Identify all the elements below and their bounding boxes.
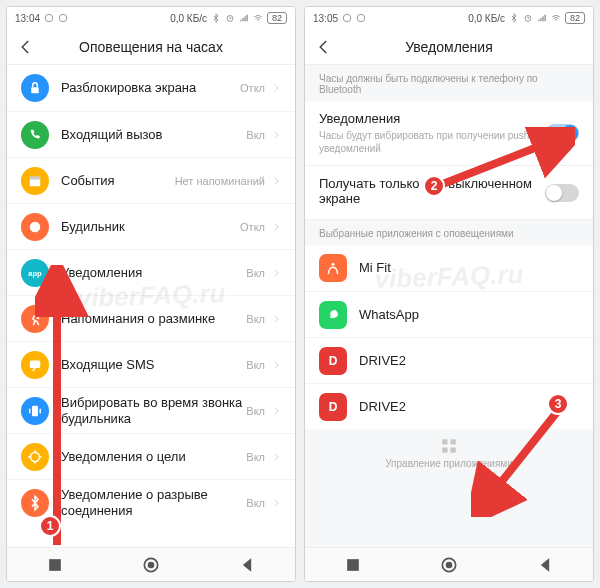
notifications-content: viberFAQ.ru Часы должны быть подключены … [305,65,593,547]
row-value: Вкл [246,405,265,417]
app-label: DRIVE2 [359,399,579,415]
status-battery: 82 [267,12,287,24]
app-row[interactable]: DDRIVE2 [305,337,593,383]
screen-off-title: Получать только при выключенном экране [319,176,545,206]
svg-point-18 [332,263,335,266]
status-time: 13:05 [313,13,338,24]
screen-off-toggle[interactable] [545,184,579,202]
manage-apps-button[interactable]: Управление приложениями [305,429,593,475]
chevron-right-icon [271,498,281,508]
row-value: Нет напоминаний [175,175,265,187]
settings-row[interactable]: Напоминания о разминкеВкл [7,295,295,341]
statusbar: 13:04 0,0 КБ/с 82 [7,7,295,29]
status-battery: 82 [565,12,585,24]
chevron-right-icon [271,314,281,324]
settings-row[interactable]: СобытияНет напоминаний [7,157,295,203]
notifications-toggle-card[interactable]: Уведомления Часы будут вибрировать при п… [305,101,593,166]
notifications-toggle[interactable] [545,124,579,142]
alarm-icon [523,13,533,23]
chevron-right-icon [271,130,281,140]
app-icon [319,301,347,329]
settings-row[interactable]: Уведомления о целиВкл [7,433,295,479]
nav-back-icon[interactable] [535,555,555,575]
settings-row[interactable]: Уведомление о разрыве соединенияВкл [7,479,295,525]
app-row[interactable]: DDRIVE2 [305,383,593,429]
chevron-right-icon [271,222,281,232]
row-label: Входящие SMS [61,357,246,373]
status-net: 0,0 КБ/с [170,13,207,24]
svg-rect-5 [30,176,41,179]
titlebar: Уведомления [305,29,593,65]
app-label: DRIVE2 [359,353,579,369]
row-label: Уведомления о цели [61,449,246,465]
bluetooth-icon [509,13,519,23]
chevron-right-icon [271,268,281,278]
svg-point-14 [148,561,155,568]
app-row[interactable]: WhatsApp [305,291,593,337]
nav-back-icon[interactable] [237,555,257,575]
row-label: Уведомления [61,265,246,281]
status-net: 0,0 КБ/с [468,13,505,24]
row-icon [21,489,49,517]
bluetooth-hint: Часы должны быть подключены к телефону п… [305,65,593,101]
svg-point-11 [31,452,40,461]
svg-point-15 [343,14,351,22]
row-label: События [61,173,175,189]
phone-left: 13:04 0,0 КБ/с 82 Оповещения на часах vi… [6,6,296,582]
screen-off-toggle-card[interactable]: Получать только при выключенном экране [305,166,593,220]
svg-rect-9 [30,360,41,368]
page-title: Оповещения на часах [17,39,285,55]
page-title: Уведомления [315,39,583,55]
app-row[interactable]: Mi Fit [305,245,593,291]
wifi-icon [253,13,263,23]
row-value: Вкл [246,497,265,509]
yandex-icon [356,13,366,23]
row-label: Входящий вызов [61,127,246,143]
svg-rect-20 [442,439,447,444]
nav-recent-icon[interactable] [343,555,363,575]
chevron-right-icon [271,83,281,93]
selected-apps-hint: Выбранные приложения с оповещениями [305,220,593,245]
svg-text:app: app [28,269,42,278]
row-icon [21,305,49,333]
status-time: 13:04 [15,13,40,24]
svg-rect-12 [49,559,61,571]
nav-home-icon[interactable] [141,555,161,575]
settings-row[interactable]: Входящие SMSВкл [7,341,295,387]
svg-rect-21 [451,439,456,444]
nav-recent-icon[interactable] [45,555,65,575]
row-icon [21,74,49,102]
settings-row[interactable]: БудильникОткл [7,203,295,249]
settings-row[interactable]: Вибрировать во время звонка будильникаВк… [7,387,295,433]
chevron-right-icon [271,360,281,370]
nav-home-icon[interactable] [439,555,459,575]
chevron-right-icon [271,406,281,416]
row-icon [21,351,49,379]
app-label: Mi Fit [359,260,579,276]
row-label: Вибрировать во время звонка будильника [61,395,246,426]
app-icon: D [319,347,347,375]
row-icon [21,443,49,471]
notifications-toggle-title: Уведомления [319,111,535,126]
svg-rect-10 [32,405,38,416]
settings-row[interactable]: Входящий вызовВкл [7,111,295,157]
svg-rect-3 [31,87,39,93]
row-icon: app [21,259,49,287]
row-value: Вкл [246,267,265,279]
settings-row[interactable]: appУведомленияВкл [7,249,295,295]
signal-icon [239,13,249,23]
titlebar: Оповещения на часах [7,29,295,65]
row-icon [21,167,49,195]
grid-icon [440,437,458,455]
settings-row[interactable]: Разблокировка экранаОткл [7,65,295,111]
row-value: Откл [240,221,265,233]
svg-point-26 [446,561,453,568]
row-label: Будильник [61,219,240,235]
chevron-right-icon [271,452,281,462]
yandex-icon [44,13,54,23]
row-label: Уведомление о разрыве соединения [61,487,246,518]
app-label: WhatsApp [359,307,579,323]
row-icon [21,397,49,425]
row-value: Откл [240,82,265,94]
app-icon [319,254,347,282]
